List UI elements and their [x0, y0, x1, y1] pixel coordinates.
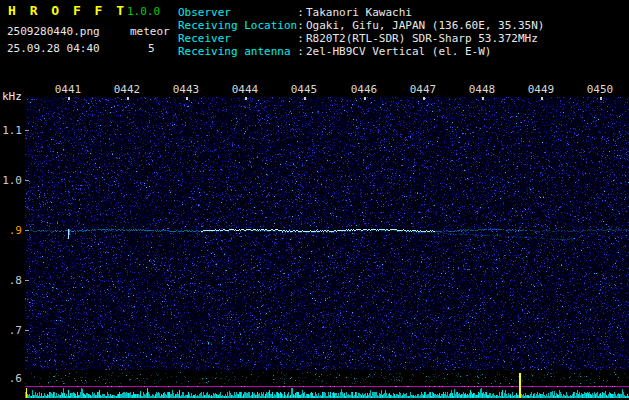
info-separator: : — [295, 19, 306, 32]
time-label-0445: 0445 — [284, 83, 324, 96]
info-row-observer: Observer : Takanori Kawachi — [178, 6, 544, 19]
hrofft-screen: H R O F F T 1.0.0 2509280440.png meteor … — [0, 0, 629, 400]
info-label: Receiver — [178, 32, 295, 45]
time-label-0444: 0444 — [225, 83, 265, 96]
info-row-receiving-location: Receiving Location : Ogaki, Gifu, JAPAN … — [178, 19, 544, 32]
freq-label-0-9: .9 — [0, 224, 22, 237]
info-separator: : — [295, 6, 306, 19]
count-value: 5 — [148, 42, 155, 55]
info-row-receiver: Receiver : R820T2(RTL-SDR) SDR-Sharp 53.… — [178, 32, 544, 45]
mode-label: meteor — [130, 25, 170, 38]
info-value: R820T2(RTL-SDR) SDR-Sharp 53.372MHz — [306, 32, 538, 45]
filename-label: 2509280440.png — [7, 25, 100, 38]
time-label-0447: 0447 — [403, 83, 443, 96]
freq-label-0-8: .8 — [0, 274, 22, 287]
freq-unit-label: kHz — [2, 90, 22, 103]
app-title: H R O F F T — [8, 3, 127, 18]
info-label: Receiving antenna — [178, 45, 295, 58]
freq-label-1-0: 1.0 — [0, 174, 22, 187]
time-label-0450: 0450 — [580, 83, 620, 96]
observation-info-block: Observer : Takanori Kawachi Receiving Lo… — [178, 6, 544, 58]
time-label-0449: 0449 — [521, 83, 561, 96]
time-label-0448: 0448 — [462, 83, 502, 96]
datetime-label: 25.09.28 04:40 — [7, 42, 100, 55]
time-label-0441: 0441 — [48, 83, 88, 96]
info-label: Observer — [178, 6, 295, 19]
time-label-0446: 0446 — [344, 83, 384, 96]
time-label-0443: 0443 — [166, 83, 206, 96]
info-label: Receiving Location — [178, 19, 295, 32]
info-separator: : — [295, 45, 306, 58]
info-separator: : — [295, 32, 306, 45]
freq-label-0-6: .6 — [0, 372, 22, 385]
info-value: 2el-HB9CV Vertical (el. E-W) — [306, 45, 491, 58]
info-value: Takanori Kawachi — [306, 6, 412, 19]
signal-level-meter-canvas — [25, 372, 629, 398]
freq-label-1-1: 1.1 — [0, 124, 22, 137]
time-label-0442: 0442 — [107, 83, 147, 96]
info-value: Ogaki, Gifu, JAPAN (136.60E, 35.35N) — [306, 19, 544, 32]
spectrogram-canvas — [25, 97, 629, 370]
app-version: 1.0.0 — [127, 5, 160, 18]
info-row-receiving-antenna: Receiving antenna : 2el-HB9CV Vertical (… — [178, 45, 544, 58]
freq-label-0-7: .7 — [0, 324, 22, 337]
